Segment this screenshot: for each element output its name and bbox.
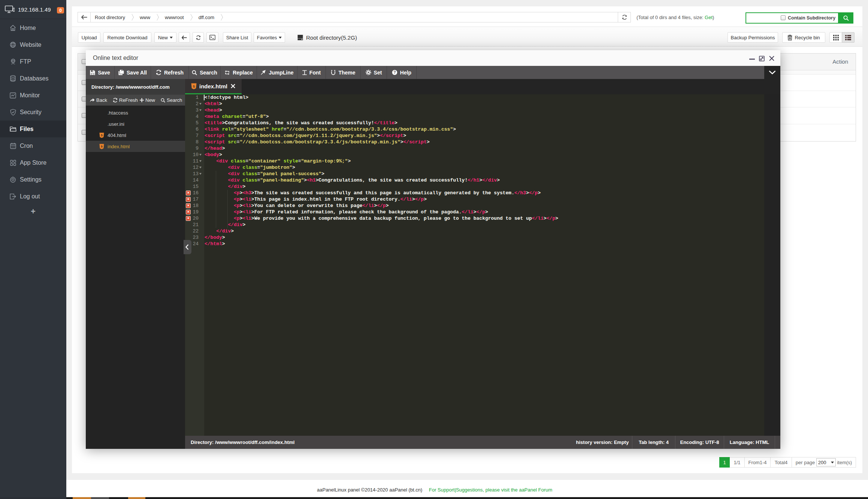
svg-text:?: ? bbox=[393, 70, 396, 74]
svg-text:5: 5 bbox=[101, 134, 103, 137]
svg-text:5: 5 bbox=[101, 145, 103, 148]
svg-text:5: 5 bbox=[193, 84, 195, 88]
